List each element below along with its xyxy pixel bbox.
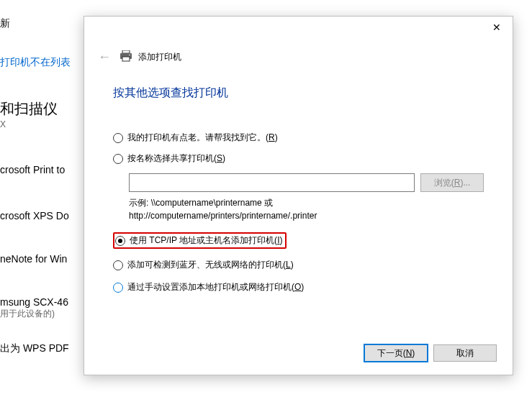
radio-option-shared-by-name[interactable]: 按名称选择共享打印机(S): [113, 152, 484, 165]
svg-point-3: [129, 55, 130, 56]
radio-icon: [113, 133, 123, 143]
options-group: 我的打印机有点老。请帮我找到它。(R) 按名称选择共享打印机(S) 浏览(R).…: [113, 132, 484, 302]
radio-icon: [115, 236, 125, 246]
cancel-button[interactable]: 取消: [433, 344, 497, 362]
example-text: 示例: \\computername\printername 或 http://…: [129, 196, 484, 222]
dialog-title: 添加打印机: [138, 51, 181, 63]
radio-icon: [113, 283, 123, 293]
close-button[interactable]: ✕: [480, 17, 513, 38]
svg-rect-2: [122, 57, 130, 61]
radio-label: 添加可检测到蓝牙、无线或网络的打印机(L): [127, 259, 294, 271]
list-item[interactable]: crosoft Print to: [0, 164, 65, 175]
dialog-heading: 按其他选项查找打印机: [113, 86, 228, 101]
list-item[interactable]: crosoft XPS Do: [0, 210, 69, 221]
radio-label: 按名称选择共享打印机(S): [127, 152, 225, 165]
radio-option-bluetooth-wireless[interactable]: 添加可检测到蓝牙、无线或网络的打印机(L): [113, 259, 484, 271]
back-button[interactable]: ←: [95, 48, 114, 66]
radio-option-old-printer[interactable]: 我的打印机有点老。请帮我找到它。(R): [113, 132, 484, 144]
highlight-annotation: 使用 TCP/IP 地址或主机名添加打印机(I): [113, 232, 287, 249]
shared-printer-name-input[interactable]: [129, 173, 415, 192]
printers-section-sub: X: [0, 119, 6, 129]
svg-rect-0: [122, 50, 130, 53]
radio-option-tcpip[interactable]: 使用 TCP/IP 地址或主机名添加打印机(I): [113, 232, 484, 249]
radio-label: 我的打印机有点老。请帮我找到它。(R): [127, 132, 278, 144]
radio-option-manual[interactable]: 通过手动设置添加本地打印机或网络打印机(O): [113, 281, 484, 293]
list-item[interactable]: msung SCX-46: [0, 296, 68, 308]
radio-label: 使用 TCP/IP 地址或主机名添加打印机(I): [130, 234, 282, 247]
next-button[interactable]: 下一页(N): [364, 344, 428, 362]
list-item-sub: 用于此设备的): [0, 308, 68, 320]
bg-refresh: 新: [0, 17, 10, 30]
shared-printer-input-row: 浏览(R)...: [129, 173, 484, 192]
dialog-footer: 下一页(N) 取消: [364, 344, 497, 362]
list-item[interactable]: 出为 WPS PDF: [0, 342, 69, 355]
add-printer-dialog: ✕ ← 添加打印机 按其他选项查找打印机 我的打印机有点老。请帮我找到它。(R): [84, 16, 513, 375]
radio-icon: [113, 154, 123, 164]
list-item[interactable]: neNote for Win: [0, 253, 67, 265]
printer-not-in-list-link[interactable]: 打印机不在列表: [0, 56, 71, 69]
radio-icon: [113, 260, 123, 270]
printer-icon: [120, 50, 132, 64]
printers-section-heading: 和扫描仪: [0, 99, 58, 119]
close-icon: ✕: [492, 22, 501, 33]
radio-label: 通过手动设置添加本地打印机或网络打印机(O): [127, 281, 304, 293]
browse-button: 浏览(R)...: [420, 173, 484, 192]
dialog-header: ← 添加打印机: [95, 48, 502, 66]
